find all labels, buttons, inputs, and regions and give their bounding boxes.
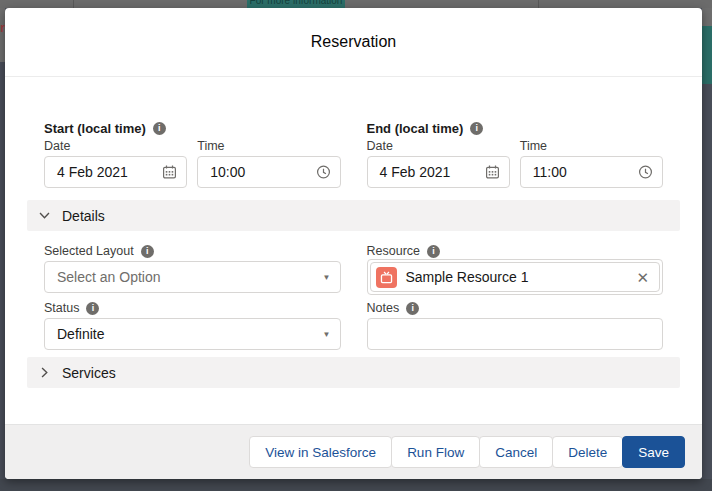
calendar-icon[interactable]	[485, 165, 500, 180]
start-time-label: Time	[197, 139, 340, 153]
background-info-button: For more information	[247, 0, 345, 8]
backdrop-divider	[73, 0, 74, 8]
dropdown-arrow-icon: ▼	[323, 330, 331, 339]
status-field: Status i Definite ▼	[44, 301, 341, 350]
start-group: Start (local time) i Date 4 Feb 2021	[44, 121, 341, 188]
start-group-label: Start (local time)	[44, 121, 146, 136]
start-time-input[interactable]: 10:00	[197, 156, 340, 188]
end-date-value: 4 Feb 2021	[380, 164, 451, 180]
info-icon[interactable]: i	[86, 302, 99, 315]
modal-title: Reservation	[311, 33, 396, 51]
status-label-row: Status i	[44, 301, 341, 315]
start-date-label: Date	[44, 139, 187, 153]
view-in-salesforce-button[interactable]: View in Salesforce	[249, 436, 392, 468]
status-label: Status	[44, 301, 79, 315]
details-section-toggle[interactable]: Details	[27, 200, 680, 231]
info-icon[interactable]: i	[153, 122, 166, 135]
dropdown-arrow-icon: ▼	[323, 273, 331, 282]
status-value: Definite	[57, 326, 104, 342]
resource-lookup[interactable]: Sample Resource 1 ✕	[367, 259, 664, 295]
end-group-label-row: End (local time) i	[367, 121, 664, 136]
end-group-label: End (local time)	[367, 121, 464, 136]
background-info-button-label: For more information	[247, 0, 345, 6]
backdrop-right-strip	[702, 8, 712, 479]
calendar-icon[interactable]	[162, 165, 177, 180]
resource-label-row: Resource i	[367, 244, 664, 258]
info-icon[interactable]: i	[406, 302, 419, 315]
cancel-button[interactable]: Cancel	[479, 436, 553, 468]
info-icon[interactable]: i	[427, 245, 440, 258]
end-time-input[interactable]: 11:00	[520, 156, 663, 188]
backdrop-divider	[538, 0, 539, 8]
end-time-label: Time	[520, 139, 663, 153]
start-group-label-row: Start (local time) i	[44, 121, 341, 136]
end-date-input[interactable]: 4 Feb 2021	[367, 156, 510, 188]
selected-layout-select[interactable]: Select an Option ▼	[44, 261, 341, 293]
notes-label: Notes	[367, 301, 400, 315]
notes-input[interactable]	[367, 318, 664, 350]
services-section-label: Services	[62, 365, 116, 381]
details-section-label: Details	[62, 208, 105, 224]
run-flow-button[interactable]: Run Flow	[391, 436, 480, 468]
end-time-value: 11:00	[533, 164, 567, 180]
selected-layout-label: Selected Layout	[44, 244, 134, 258]
selected-layout-value: Select an Option	[57, 269, 161, 285]
backdrop-right-top	[702, 8, 712, 26]
end-date-label: Date	[367, 139, 510, 153]
reservation-modal: Reservation Start (local time) i Date 4 …	[5, 8, 702, 479]
clock-icon[interactable]	[638, 165, 653, 180]
selected-layout-field: Selected Layout i Select an Option ▼	[44, 244, 341, 295]
start-date-value: 4 Feb 2021	[57, 164, 128, 180]
status-select[interactable]: Definite ▼	[44, 318, 341, 350]
modal-footer: View in Salesforce Run Flow Cancel Delet…	[5, 424, 702, 479]
backdrop-right-teal	[702, 26, 712, 84]
chevron-right-icon	[38, 366, 51, 379]
chevron-down-icon	[38, 209, 51, 222]
resource-field: Resource i Sample Resource 1	[367, 244, 664, 295]
notes-field: Notes i	[367, 301, 664, 350]
start-time-value: 10:00	[210, 164, 245, 180]
end-group: End (local time) i Date 4 Feb 2021	[367, 121, 664, 188]
services-section-toggle[interactable]: Services	[27, 357, 680, 388]
modal-body: Start (local time) i Date 4 Feb 2021	[5, 77, 702, 388]
start-date-input[interactable]: 4 Feb 2021	[44, 156, 187, 188]
backdrop-bottom-band	[0, 479, 712, 491]
clock-icon[interactable]	[316, 165, 331, 180]
resource-label: Resource	[367, 244, 421, 258]
modal-header: Reservation	[5, 8, 702, 77]
info-icon[interactable]: i	[470, 122, 483, 135]
backdrop-top-band: For more information	[0, 0, 712, 8]
info-icon[interactable]: i	[141, 245, 154, 258]
selected-layout-label-row: Selected Layout i	[44, 244, 341, 258]
resource-tv-icon	[376, 267, 397, 288]
clear-icon[interactable]: ✕	[636, 270, 649, 285]
save-button[interactable]: Save	[622, 436, 685, 468]
delete-button[interactable]: Delete	[552, 436, 623, 468]
resource-value: Sample Resource 1	[406, 269, 529, 285]
notes-label-row: Notes i	[367, 301, 664, 315]
